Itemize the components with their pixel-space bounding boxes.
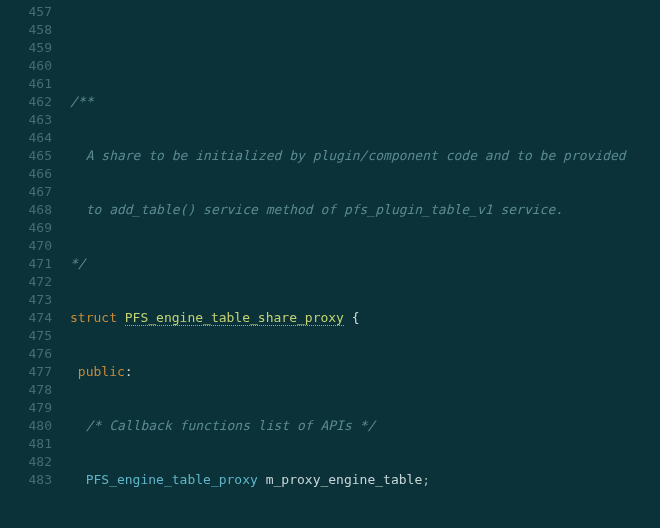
- member-name: m_proxy_engine_table: [266, 472, 423, 487]
- semicolon: ;: [422, 472, 430, 487]
- line-number: 474: [0, 309, 52, 327]
- line-number: 463: [0, 111, 52, 129]
- line-number: 477: [0, 363, 52, 381]
- code-line[interactable]: /* Callback functions list of APIs */: [70, 417, 660, 435]
- struct-name[interactable]: PFS_engine_table_share_proxy: [125, 310, 344, 326]
- keyword-struct: struct: [70, 310, 117, 325]
- comment: /* Callback functions list of APIs */: [86, 418, 376, 433]
- line-number: 472: [0, 273, 52, 291]
- code-line[interactable]: A share to be initialized by plugin/comp…: [70, 147, 660, 165]
- line-number: 478: [0, 381, 52, 399]
- comment: /**: [70, 94, 93, 109]
- line-number: 467: [0, 183, 52, 201]
- code-line[interactable]: PFS_engine_table_proxy m_proxy_engine_ta…: [70, 471, 660, 489]
- code-line[interactable]: struct PFS_engine_table_share_proxy {: [70, 309, 660, 327]
- line-number: 480: [0, 417, 52, 435]
- access-specifier: public: [78, 364, 125, 379]
- line-number: 464: [0, 129, 52, 147]
- line-number: 481: [0, 435, 52, 453]
- line-number: 468: [0, 201, 52, 219]
- code-line[interactable]: public:: [70, 363, 660, 381]
- brace-open: {: [344, 310, 360, 325]
- code-line[interactable]: */: [70, 255, 660, 273]
- line-number: 465: [0, 147, 52, 165]
- line-number: 471: [0, 255, 52, 273]
- comment: to add_table() service method of pfs_plu…: [70, 202, 563, 217]
- line-number: 469: [0, 219, 52, 237]
- line-number: 461: [0, 75, 52, 93]
- line-number: 457: [0, 3, 52, 21]
- code-line[interactable]: to add_table() service method of pfs_plu…: [70, 201, 660, 219]
- line-number-gutter: 457 458 459 460 461 462 463 464 465 466 …: [0, 0, 62, 528]
- code-line[interactable]: /**: [70, 93, 660, 111]
- comment: */: [70, 256, 86, 271]
- line-number: 470: [0, 237, 52, 255]
- code-editor[interactable]: 457 458 459 460 461 462 463 464 465 466 …: [0, 0, 660, 528]
- colon: :: [125, 364, 133, 379]
- line-number: 479: [0, 399, 52, 417]
- type-name: PFS_engine_table_proxy: [86, 472, 258, 487]
- line-number: 482: [0, 453, 52, 471]
- line-number: 475: [0, 327, 52, 345]
- line-number: 476: [0, 345, 52, 363]
- line-number: 460: [0, 57, 52, 75]
- line-number: 466: [0, 165, 52, 183]
- line-number: 483: [0, 471, 52, 489]
- code-area[interactable]: /** A share to be initialized by plugin/…: [62, 0, 660, 528]
- comment: A share to be initialized by plugin/comp…: [70, 148, 626, 163]
- line-number: 473: [0, 291, 52, 309]
- line-number: 458: [0, 21, 52, 39]
- line-number: 462: [0, 93, 52, 111]
- code-line[interactable]: [70, 39, 660, 57]
- line-number: 459: [0, 39, 52, 57]
